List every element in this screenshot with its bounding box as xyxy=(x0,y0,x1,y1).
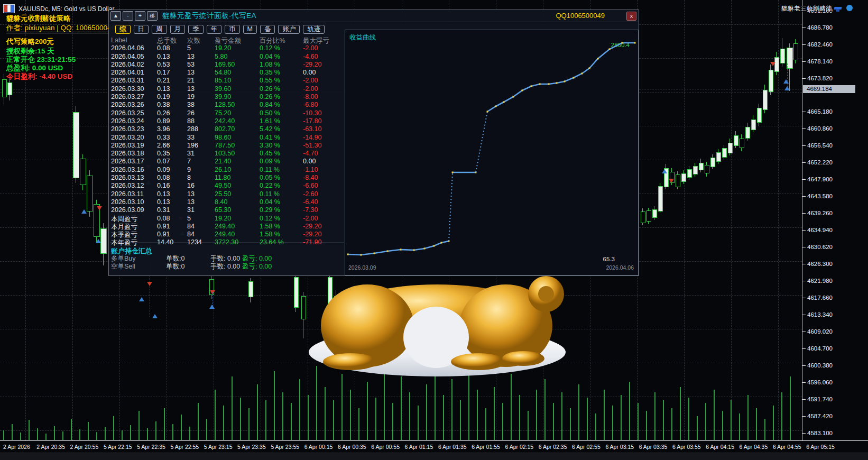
cell: 787.50 xyxy=(215,142,235,149)
candle-body xyxy=(769,70,773,92)
cell: 65.30 xyxy=(215,206,231,214)
cell: 26 xyxy=(187,109,195,117)
volume-bar xyxy=(282,392,283,440)
cell: 0.22 % xyxy=(260,182,280,189)
cell: 103.50 xyxy=(215,150,235,157)
volume-bar xyxy=(45,434,47,440)
price-label: 4596.060 xyxy=(807,379,833,385)
window-bottom-strip xyxy=(0,453,868,460)
position-cell: 手数: 0.00 xyxy=(210,262,240,271)
volume-bar xyxy=(570,408,571,440)
table-row: 2026.03.180.3531103.500.45 %-4.70 xyxy=(109,150,344,158)
price-tick xyxy=(802,298,806,298)
cell: 0.50 % xyxy=(260,109,280,117)
position-cell: 盈亏: 0.00 xyxy=(242,262,272,271)
candle-body xyxy=(780,49,785,63)
cell: 2026.04.02 xyxy=(111,61,144,68)
cell: 0.45 % xyxy=(260,150,280,157)
cell: -7.30 xyxy=(303,206,318,214)
panel-titlebar[interactable]: ▲-+移 貔貅元盈亏统计面板-代写EA QQ1006500049 x xyxy=(109,10,639,22)
price-axis[interactable]: 4669.184 4691.1004686.7804682.4604678.14… xyxy=(802,0,868,440)
cell: 8.40 xyxy=(215,198,227,206)
time-label: 6 Apr 00:15 xyxy=(304,444,333,450)
cell: 84 xyxy=(187,231,195,238)
equity-node xyxy=(564,81,566,82)
position-row: 多单Buy单数:0手数: 0.00盈亏: 0.00 xyxy=(109,254,344,262)
cell: 0.08 xyxy=(157,215,170,222)
move-button[interactable]: 移 xyxy=(147,11,158,21)
tab-月[interactable]: 月 xyxy=(170,25,186,34)
sell-arrow-icon xyxy=(97,206,102,210)
cell: 11.80 xyxy=(215,174,230,181)
volume-bar xyxy=(71,419,72,440)
cell: 249.40 xyxy=(215,231,235,238)
cell: 31 xyxy=(187,206,195,214)
volume-bar xyxy=(595,413,596,440)
cell: 0.33 xyxy=(157,134,170,141)
cell: 7 xyxy=(187,158,191,165)
time-label: 5 Apr 23:15 xyxy=(204,444,233,450)
cell: 54.80 xyxy=(215,69,231,76)
candle-body xyxy=(641,211,645,223)
buy-arrow-icon xyxy=(96,239,101,243)
cell: 0.26 xyxy=(157,109,170,117)
tab-综[interactable]: 综 xyxy=(115,25,131,34)
cell: 3.30 % xyxy=(260,142,280,149)
cell: 3.96 xyxy=(157,125,170,133)
equity-node xyxy=(609,49,611,50)
time-label: 6 Apr 03:55 xyxy=(672,444,701,450)
tab-季[interactable]: 季 xyxy=(188,25,204,34)
tab-币[interactable]: 币 xyxy=(225,25,240,34)
time-label: 6 Apr 01:35 xyxy=(438,444,467,450)
equity-node xyxy=(495,106,497,107)
mt-symbol-icon xyxy=(3,4,15,13)
volume-bar xyxy=(468,371,469,440)
tab-轨迹[interactable]: 轨迹 xyxy=(303,25,325,34)
equity-node xyxy=(548,84,550,85)
equity-curve-segment xyxy=(348,241,449,255)
volume-bar xyxy=(485,408,486,440)
tab-年[interactable]: 年 xyxy=(207,25,222,34)
close-icon[interactable]: x xyxy=(626,12,636,21)
collapse-button[interactable]: ▲ xyxy=(110,11,121,21)
table-row: 2026.03.110.131325.500.11 %-2.60 xyxy=(109,190,344,198)
tab-日[interactable]: 日 xyxy=(134,25,149,34)
volume-bar xyxy=(528,411,529,440)
cell: 0.89 xyxy=(157,117,170,125)
cell: 2026.03.31 xyxy=(111,77,144,84)
cell: 49.50 xyxy=(215,182,231,189)
cell: 2026.03.10 xyxy=(111,198,144,206)
volume-bar xyxy=(536,390,537,440)
grid-vline xyxy=(72,0,73,440)
price-label: 4686.780 xyxy=(807,24,833,31)
minus-button[interactable]: - xyxy=(123,11,133,21)
cell: 39.90 xyxy=(215,93,231,100)
volume-bar xyxy=(409,392,410,440)
cell: 19.20 xyxy=(215,44,231,52)
tab-备[interactable]: 备 xyxy=(260,25,275,34)
tab-账户[interactable]: 账户 xyxy=(278,25,300,34)
price-label: 4643.580 xyxy=(807,193,833,199)
price-label: 4621.980 xyxy=(807,278,833,284)
tab-周[interactable]: 周 xyxy=(152,25,167,34)
equity-node xyxy=(597,58,599,60)
tab-M[interactable]: M xyxy=(243,25,257,34)
equity-node xyxy=(387,251,389,252)
volume-bar xyxy=(756,408,757,440)
cell: 39.60 xyxy=(215,85,231,93)
volume-bar xyxy=(291,403,292,440)
cell: -29.20 xyxy=(303,61,321,68)
time-axis[interactable]: 2 Apr 20262 Apr 20:352 Apr 20:555 Apr 22… xyxy=(0,440,868,453)
cell: 2026.04.01 xyxy=(111,69,144,76)
volume-bar xyxy=(392,403,393,440)
price-label: 4647.900 xyxy=(807,176,833,182)
price-label: 4682.460 xyxy=(807,41,833,48)
price-tick xyxy=(802,213,806,214)
cell: 2026.03.18 xyxy=(111,150,144,157)
price-label: 4604.700 xyxy=(807,345,833,352)
volume-bar xyxy=(604,390,605,440)
table-separator xyxy=(110,243,344,243)
plus-button[interactable]: + xyxy=(135,11,145,21)
volume-bar xyxy=(384,369,385,440)
cell: 2.66 xyxy=(157,142,170,149)
